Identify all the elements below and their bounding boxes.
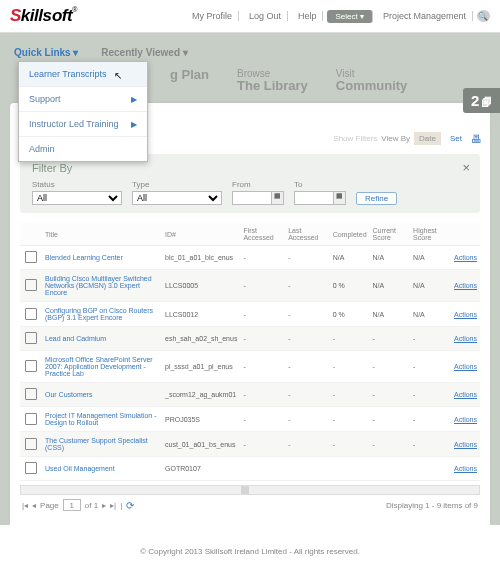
calendar-icon[interactable]: ▦ — [333, 192, 345, 204]
row-title[interactable]: Microsoft Office SharePoint Server 2007:… — [42, 351, 162, 383]
notification-badge[interactable]: 2 🗐 — [463, 88, 500, 113]
row-completed: - — [330, 432, 370, 457]
help-link[interactable]: Help — [292, 11, 324, 21]
row-title[interactable]: The Customer Support Specialist (CSS) — [42, 432, 162, 457]
row-type-icon — [20, 457, 42, 481]
cursor-icon: ↖ — [114, 70, 122, 81]
row-highest-score: N/A — [410, 270, 451, 302]
row-id: LLCS0012 — [162, 302, 240, 327]
col-actions — [451, 223, 480, 246]
filter-from-input[interactable]: ▦ — [232, 191, 284, 205]
row-title[interactable]: Our Customers — [42, 383, 162, 407]
row-title[interactable]: Configuring BGP on Cisco Routers (BGP) 3… — [42, 302, 162, 327]
row-actions[interactable]: Actions — [451, 457, 480, 481]
table-row: Configuring BGP on Cisco Routers (BGP) 3… — [20, 302, 480, 327]
filter-status-select[interactable]: All — [32, 191, 122, 205]
row-actions[interactable]: Actions — [451, 351, 480, 383]
col-highest[interactable]: Highest Score — [410, 223, 451, 246]
row-title[interactable]: Blended Learning Center — [42, 246, 162, 270]
row-type-icon — [20, 432, 42, 457]
row-type-icon — [20, 407, 42, 432]
calendar-icon[interactable]: ▦ — [271, 192, 283, 204]
row-actions[interactable]: Actions — [451, 246, 480, 270]
row-current-score: N/A — [370, 302, 411, 327]
row-type-icon — [20, 270, 42, 302]
nav-community[interactable]: Visit Community — [336, 68, 408, 93]
row-title[interactable]: Used Oil Management — [42, 457, 162, 481]
log-out-link[interactable]: Log Out — [243, 11, 288, 21]
pager-prev-icon[interactable]: ◂ — [32, 501, 36, 510]
my-profile-link[interactable]: My Profile — [186, 11, 239, 21]
nav-library[interactable]: Browse The Library — [237, 68, 308, 93]
row-highest-score: - — [410, 351, 451, 383]
pager-next-icon[interactable]: ▸ — [102, 501, 106, 510]
dropdown-item-support[interactable]: Support ▶ — [19, 86, 147, 111]
row-title[interactable]: Lead and Cadmium — [42, 327, 162, 351]
refine-button[interactable]: Refine — [356, 192, 397, 205]
row-actions[interactable]: Actions — [451, 327, 480, 351]
row-first-accessed: - — [240, 270, 285, 302]
row-last-accessed — [285, 457, 330, 481]
col-first[interactable]: First Accessed — [240, 223, 285, 246]
row-title[interactable]: Project IT Management Simulation - Desig… — [42, 407, 162, 432]
row-last-accessed: - — [285, 432, 330, 457]
pager-first-icon[interactable]: |◂ — [22, 501, 28, 510]
dropdown-item-ilt[interactable]: Instructor Led Training ▶ — [19, 111, 147, 136]
row-actions[interactable]: Actions — [451, 270, 480, 302]
view-by-set-button[interactable]: Set — [445, 132, 467, 145]
table-row: Blended Learning Centerblc_01_a01_blc_en… — [20, 246, 480, 270]
row-id: blc_01_a01_blc_enus — [162, 246, 240, 270]
quick-links-menu[interactable]: Quick Links ▾ — [14, 47, 78, 58]
logo[interactable]: Skillsoft® — [10, 6, 77, 26]
row-actions[interactable]: Actions — [451, 407, 480, 432]
dropdown-label: Support — [29, 94, 61, 104]
pager-last-icon[interactable]: ▸| — [110, 501, 116, 510]
pager-display-text: Displaying 1 - 9 items of 9 — [386, 501, 478, 510]
show-filters-link[interactable]: Show Filters — [333, 134, 377, 143]
nav-learning-plan[interactable]: g Plan — [170, 68, 209, 93]
row-first-accessed — [240, 457, 285, 481]
search-icon[interactable]: 🔍 — [477, 10, 490, 22]
row-current-score: - — [370, 432, 411, 457]
filter-type-select[interactable]: All — [132, 191, 222, 205]
col-last[interactable]: Last Accessed — [285, 223, 330, 246]
row-current-score: - — [370, 351, 411, 383]
view-by-date-button[interactable]: Date — [414, 132, 441, 145]
table-row: Project IT Management Simulation - Desig… — [20, 407, 480, 432]
close-icon[interactable]: × — [462, 160, 470, 175]
row-actions[interactable]: Actions — [451, 302, 480, 327]
row-highest-score: N/A — [410, 246, 451, 270]
refresh-icon[interactable]: ⟳ — [126, 500, 134, 511]
filter-to-input[interactable]: ▦ — [294, 191, 346, 205]
row-highest-score: - — [410, 383, 451, 407]
row-completed: 0 % — [330, 270, 370, 302]
row-highest-score: N/A — [410, 302, 451, 327]
col-title[interactable]: Title — [42, 223, 162, 246]
row-actions[interactable]: Actions — [451, 383, 480, 407]
filter-type-label: Type — [132, 180, 222, 189]
dropdown-label: Instructor Led Training — [29, 119, 119, 129]
col-current[interactable]: Current Score — [370, 223, 411, 246]
row-highest-score — [410, 457, 451, 481]
row-current-score: - — [370, 383, 411, 407]
recently-viewed-menu[interactable]: Recently Viewed ▾ — [101, 47, 188, 58]
dropdown-item-learner-transcripts[interactable]: Learner Transcripts ↖ — [19, 62, 147, 86]
row-title[interactable]: Building Cisco Multilayer Switched Netwo… — [42, 270, 162, 302]
col-id[interactable]: ID# — [162, 223, 240, 246]
row-last-accessed: - — [285, 246, 330, 270]
dropdown-item-admin[interactable]: Admin — [19, 136, 147, 161]
project-management-link[interactable]: Project Management — [377, 11, 473, 21]
row-actions[interactable]: Actions — [451, 432, 480, 457]
row-first-accessed: - — [240, 246, 285, 270]
select-dropdown[interactable]: Select ▾ — [327, 10, 372, 23]
row-last-accessed: - — [285, 302, 330, 327]
row-highest-score: - — [410, 327, 451, 351]
top-links: My Profile Log Out Help Select ▾ Project… — [186, 10, 490, 23]
footer-copyright: © Copyright 2013 Skillsoft Ireland Limit… — [0, 547, 500, 556]
table-row: Our Customers_scorm12_ag_aukm01-----Acti… — [20, 383, 480, 407]
print-icon[interactable]: 🖶 — [471, 133, 482, 145]
pager-page-input[interactable]: 1 — [63, 499, 81, 511]
row-id: _scorm12_ag_aukm01 — [162, 383, 240, 407]
col-completed[interactable]: Completed — [330, 223, 370, 246]
horizontal-scrollbar[interactable] — [20, 485, 480, 495]
